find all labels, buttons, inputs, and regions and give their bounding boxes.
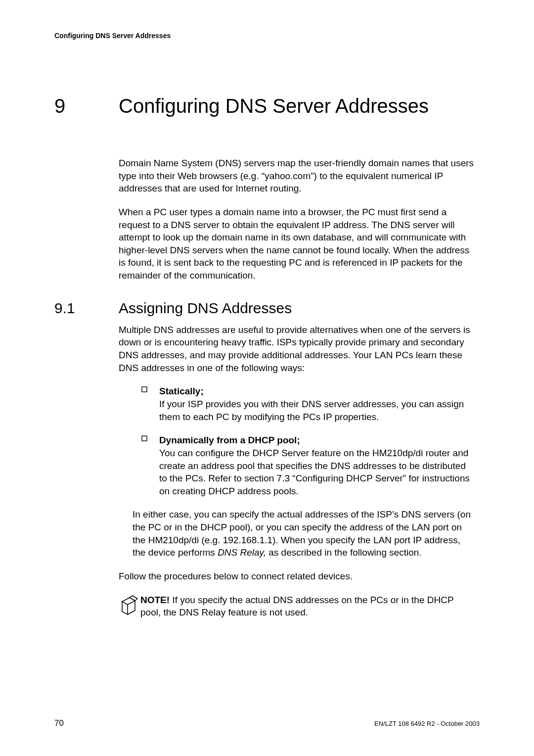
- p2-post: as described in the following section.: [266, 547, 422, 558]
- page-number: 70: [54, 718, 64, 728]
- page-footer: 70 EN/LZT 108 6492 R2 - October 2003: [54, 718, 480, 728]
- note-text: NOTE! If you specify the actual DNS addr…: [140, 594, 475, 619]
- intro-paragraph-1: Domain Name System (DNS) servers map the…: [119, 157, 475, 195]
- section-body: Multiple DNS addresses are useful to pro…: [119, 324, 475, 619]
- section-paragraph-3: Follow the procedures below to connect r…: [119, 570, 475, 583]
- svg-rect-0: [142, 387, 147, 392]
- square-bullet-icon: [141, 386, 147, 392]
- note-label: NOTE!: [140, 595, 170, 605]
- list-item: Dynamically from a DHCP pool; You can co…: [133, 434, 475, 497]
- bullet-list: Statically; If your ISP provides you wit…: [119, 385, 475, 497]
- footer-doc-id: EN/LZT 108 6492 R2 - October 2003: [374, 720, 480, 727]
- section-paragraph-1: Multiple DNS addresses are useful to pro…: [119, 324, 475, 375]
- running-header: Configuring DNS Server Addresses: [54, 32, 480, 40]
- section-paragraph-2: In either case, you can specify the actu…: [133, 508, 475, 559]
- bullet-head: Statically;: [159, 386, 204, 396]
- svg-rect-1: [142, 436, 147, 441]
- list-item: Statically; If your ISP provides you wit…: [133, 385, 475, 423]
- section-title: Assigning DNS Addresses: [119, 300, 292, 317]
- note-block: NOTE! If you specify the actual DNS addr…: [119, 594, 475, 619]
- intro-paragraph-2: When a PC user types a domain name into …: [119, 206, 475, 282]
- bullet-head: Dynamically from a DHCP pool;: [159, 435, 300, 445]
- intro-block: Domain Name System (DNS) servers map the…: [119, 157, 475, 282]
- chapter-heading: 9 Configuring DNS Server Addresses: [54, 95, 480, 117]
- p2-em: DNS Relay,: [218, 547, 266, 558]
- bullet-body: You can configure the DHCP Server featur…: [159, 448, 470, 496]
- page: Configuring DNS Server Addresses 9 Confi…: [0, 0, 534, 756]
- section-heading: 9.1 Assigning DNS Addresses: [54, 300, 480, 317]
- chapter-number: 9: [54, 95, 119, 117]
- square-bullet-icon: [141, 435, 147, 441]
- chapter-title: Configuring DNS Server Addresses: [119, 95, 429, 117]
- note-body: If you specify the actual DNS addresses …: [140, 595, 453, 618]
- section-number: 9.1: [54, 300, 119, 317]
- bullet-body: If your ISP provides you with their DNS …: [159, 399, 464, 422]
- note-icon: [119, 594, 140, 618]
